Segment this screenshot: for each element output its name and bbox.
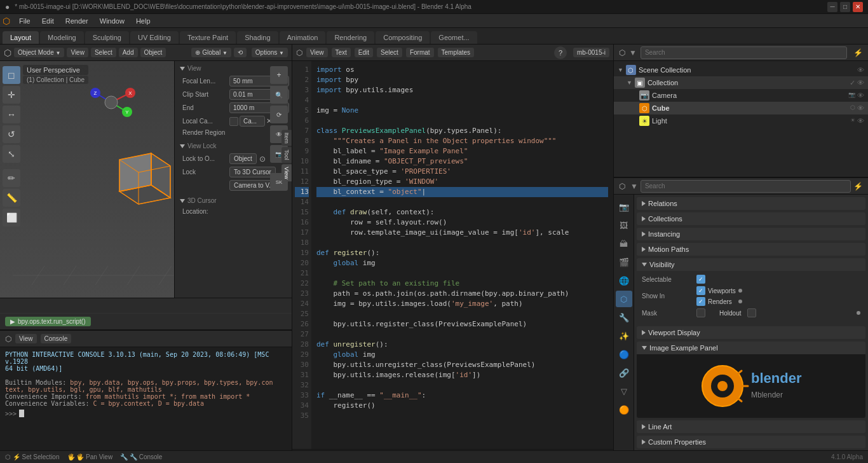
orbit-btn[interactable]: ⟳ xyxy=(270,106,288,123)
outliner-filter-icon[interactable]: ⚡ xyxy=(853,48,863,57)
code-content[interactable]: import os import bpy import bpy.utils.im… xyxy=(311,61,613,449)
props-modifiers-btn[interactable]: 🔧 xyxy=(616,309,632,326)
outliner-search-input[interactable] xyxy=(641,46,847,59)
tab-layout[interactable]: Layout xyxy=(3,31,39,44)
rotate-tool-btn[interactable]: ↺ xyxy=(3,125,20,143)
status-set-selection[interactable]: ⬡ ⚡ Set Selection xyxy=(5,453,60,460)
props-material-btn[interactable]: 🟠 xyxy=(616,401,632,418)
local-ca-input[interactable] xyxy=(240,116,265,127)
select-tool-btn[interactable]: ◻ xyxy=(3,66,20,84)
light-hide-icon[interactable]: 👁 xyxy=(857,117,864,125)
outliner-filter-btn[interactable]: ▼ xyxy=(629,48,637,57)
scale-tool-btn[interactable]: ⤡ xyxy=(3,145,20,163)
editor-templates-btn[interactable]: Templates xyxy=(438,48,475,57)
menu-window[interactable]: Window xyxy=(95,16,130,26)
menu-edit[interactable]: Edit xyxy=(37,16,59,26)
editor-text-btn[interactable]: Text xyxy=(332,48,351,57)
mask-checkbox[interactable] xyxy=(696,308,705,317)
camera-icon-action[interactable]: 📷 xyxy=(848,92,855,99)
editor-select-btn[interactable]: Select xyxy=(377,48,402,57)
add-object-btn[interactable]: + xyxy=(270,66,288,84)
editor-header-icon[interactable]: ⬡ xyxy=(296,48,302,57)
editor-edit-btn[interactable]: Edit xyxy=(355,48,373,57)
maximize-button[interactable]: □ xyxy=(840,2,850,12)
viewport-display-header[interactable]: Viewport Display xyxy=(637,326,865,339)
viewports-checkbox[interactable]: ✓ xyxy=(696,286,705,295)
tab-animation[interactable]: Animation xyxy=(280,31,326,44)
tab-view-btn[interactable]: View xyxy=(281,164,292,181)
file-name-btn[interactable]: mb-0015-i xyxy=(573,48,609,57)
status-console[interactable]: 🔧 🔧 Console xyxy=(120,453,162,460)
line-art-header[interactable]: Line Art xyxy=(637,420,865,433)
outliner-camera[interactable]: 📷 Camera 📷 👁 xyxy=(614,89,868,102)
props-view-layer-btn[interactable]: 🏔 xyxy=(616,235,632,252)
view-menu-btn[interactable]: View xyxy=(67,48,88,57)
tab-geometry[interactable]: Geomet... xyxy=(431,31,477,44)
annotate-btn[interactable]: ✏ xyxy=(3,169,20,187)
close-button[interactable]: ✕ xyxy=(853,2,863,12)
snap-btn[interactable]: ⟲ xyxy=(234,48,247,57)
props-render-btn[interactable]: 📷 xyxy=(616,198,632,215)
renders-checkbox[interactable]: ✓ xyxy=(696,297,705,306)
custom-props-header[interactable]: Custom Properties xyxy=(637,436,865,448)
tab-sculpting[interactable]: Sculpting xyxy=(85,31,129,44)
local-ca-toggle[interactable] xyxy=(229,117,238,126)
image-example-header[interactable]: Image Example Panel xyxy=(637,342,865,354)
tab-shading[interactable]: Shading xyxy=(237,31,278,44)
light-bulb-icon[interactable]: ☀ xyxy=(850,117,855,125)
props-filter-btn[interactable]: ▼ xyxy=(630,182,638,191)
props-data-btn[interactable]: ▽ xyxy=(616,383,632,399)
help-btn[interactable]: ? xyxy=(554,46,567,59)
collections-header[interactable]: Collections xyxy=(637,212,865,225)
console-btn[interactable]: Console xyxy=(41,334,72,343)
tab-modeling[interactable]: Modeling xyxy=(40,31,84,44)
select-menu-btn[interactable]: Select xyxy=(91,48,116,57)
viewport-3d[interactable]: User Perspective (1) Collection | Cube ◻… xyxy=(0,61,292,298)
instancing-header[interactable]: Instancing xyxy=(637,228,865,240)
props-world-btn[interactable]: 🌐 xyxy=(616,272,632,289)
tab-rendering[interactable]: Rendering xyxy=(327,31,374,44)
cube-mesh-icon[interactable]: ⬡ xyxy=(850,104,855,112)
props-object-btn[interactable]: ⬡ xyxy=(616,291,632,307)
selectable-checkbox[interactable]: ✓ xyxy=(696,275,705,284)
add-primitive-btn[interactable]: ⬜ xyxy=(3,209,20,226)
menu-file[interactable]: File xyxy=(14,16,36,26)
run-script-button[interactable]: ▶ bpy.ops.text.run_script() xyxy=(5,317,91,326)
props-filter-icon[interactable]: ⚡ xyxy=(853,182,863,191)
collection-hide-icon[interactable]: 👁 xyxy=(857,79,864,87)
props-constraints-btn[interactable]: 🔗 xyxy=(616,364,632,381)
status-pan-view[interactable]: 🖐 🖐 Pan View xyxy=(67,453,113,460)
menu-help[interactable]: Help xyxy=(131,16,156,26)
editor-format-btn[interactable]: Format xyxy=(406,48,434,57)
transform-orientation[interactable]: ⊕ Global ▼ xyxy=(191,48,231,57)
menu-render[interactable]: Render xyxy=(60,16,93,26)
visibility-header[interactable]: Visibility xyxy=(637,258,865,271)
object-mode-dropdown[interactable]: Object Mode ▼ xyxy=(14,48,64,57)
to-3d-cursor-btn[interactable]: To 3D Cursor xyxy=(229,167,276,177)
console-header-icon[interactable]: ⬡ xyxy=(5,335,11,343)
motion-paths-header[interactable]: Motion Paths xyxy=(637,243,865,256)
console-cursor[interactable] xyxy=(19,410,24,417)
holdout-checkbox[interactable] xyxy=(747,308,756,317)
outliner-cube[interactable]: ⬡ Cube ⬡ 👁 xyxy=(614,102,868,114)
object-menu-btn[interactable]: Object xyxy=(140,48,166,57)
tab-texture-paint[interactable]: Texture Paint xyxy=(180,31,236,44)
outliner-light[interactable]: ☀ Light ☀ 👁 xyxy=(614,114,868,127)
add-menu-btn[interactable]: Add xyxy=(119,48,138,57)
props-search-input[interactable] xyxy=(641,180,851,193)
tab-uv-editing[interactable]: UV Editing xyxy=(130,31,179,44)
props-particles-btn[interactable]: ✨ xyxy=(616,328,632,344)
cursor-tool-btn[interactable]: ✛ xyxy=(3,86,20,104)
relations-header[interactable]: Relations xyxy=(637,197,865,210)
tab-tool-btn[interactable]: Tool xyxy=(281,148,292,163)
cube-hide-icon[interactable]: 👁 xyxy=(857,104,864,112)
tab-compositing[interactable]: Compositing xyxy=(376,31,430,44)
cursor-section-title[interactable]: 3D Cursor xyxy=(177,196,289,205)
minimize-button[interactable]: ─ xyxy=(827,2,837,12)
lock-eyedropper[interactable]: ⊙ xyxy=(259,155,266,163)
props-output-btn[interactable]: 🖼 xyxy=(616,217,632,233)
props-scene-btn[interactable]: 🎬 xyxy=(616,254,632,270)
camera-hide-icon[interactable]: 👁 xyxy=(857,92,864,99)
viewport-header-icon[interactable]: ⬡ xyxy=(4,48,11,58)
zoom-btn[interactable]: 🔍 xyxy=(270,86,288,104)
